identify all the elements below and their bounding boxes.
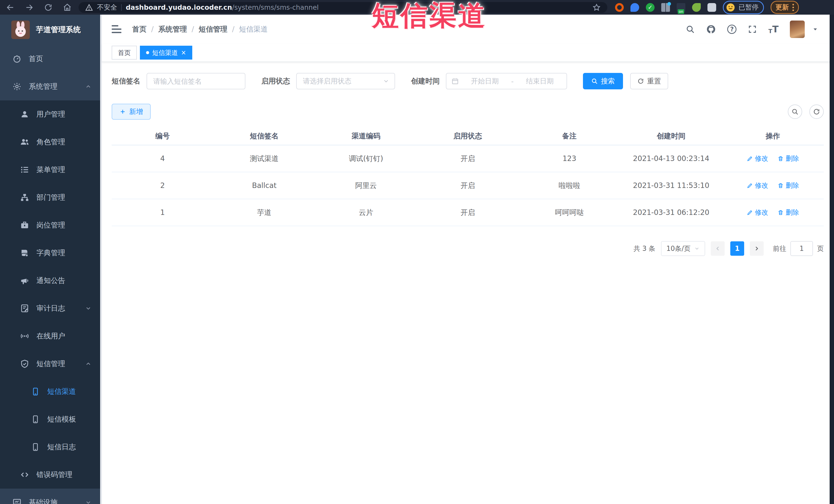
extension-paused-badge[interactable]: 已暂停 [723, 1, 764, 14]
reset-button[interactable]: 重置 [630, 73, 668, 89]
search-icon[interactable] [686, 25, 695, 34]
sidebar-item-dictionary[interactable]: 字典管理 [0, 239, 102, 267]
address-bar[interactable]: 不安全 dashboard.yudao.iocoder.cn/system/sm… [79, 2, 607, 13]
close-tab-icon[interactable]: × [181, 49, 186, 56]
page-scrollbar[interactable] [830, 15, 834, 504]
app-logo-row[interactable]: 芋道管理系统 [0, 15, 102, 45]
not-secure-warning-icon[interactable] [85, 4, 93, 11]
sidebar-item-label: 短信日志 [47, 442, 76, 452]
edit-pencil-icon [747, 182, 753, 189]
sidebar-item-infrastructure[interactable]: 基础设施 [0, 488, 102, 504]
sidebar-item-audit-log[interactable]: 审计日志 [0, 294, 102, 322]
goto-page-input[interactable] [790, 241, 813, 256]
delete-label: 删除 [786, 208, 799, 217]
sidebar-scrollbar[interactable] [100, 15, 102, 504]
tab-sms-channel[interactable]: 短信渠道 × [140, 46, 192, 60]
delete-link[interactable]: 删除 [777, 181, 799, 190]
sidebar-item-sms-log[interactable]: 短信日志 [0, 433, 102, 461]
add-button[interactable]: 新增 [112, 104, 151, 119]
sidebar-item-menus[interactable]: 菜单管理 [0, 156, 102, 183]
sidebar-item-sms-template[interactable]: 短信模板 [0, 406, 102, 433]
fullscreen-icon[interactable] [748, 25, 757, 34]
edit-link[interactable]: 修改 [747, 208, 768, 217]
extension-check-icon[interactable]: ✓ [646, 3, 655, 12]
sidebar-item-home[interactable]: 首页 [0, 45, 102, 73]
sidebar-item-online-users[interactable]: 在线用户 [0, 322, 102, 350]
tab-home[interactable]: 首页 [112, 46, 137, 60]
delete-link[interactable]: 删除 [777, 154, 799, 163]
extension-grid-icon[interactable] [661, 3, 670, 12]
sidebar-item-departments[interactable]: 部门管理 [0, 183, 102, 211]
extension-drop-icon[interactable] [631, 3, 639, 12]
browser-menu-icon[interactable] [792, 4, 794, 11]
breadcrumb-separator: / [151, 25, 154, 34]
status-select[interactable]: 请选择启用状态 [296, 73, 395, 89]
browser-update-button[interactable]: 更新 [771, 1, 799, 14]
breadcrumb-system[interactable]: 系统管理 [158, 24, 187, 34]
show-search-toggle-button[interactable] [788, 105, 802, 119]
edit-link[interactable]: 修改 [747, 154, 768, 163]
back-icon[interactable] [5, 2, 16, 13]
edit-link[interactable]: 修改 [747, 181, 768, 190]
chevron-down-icon [694, 246, 700, 251]
goto-label: 前往 [773, 244, 786, 253]
phone-icon [30, 415, 41, 424]
sidebar-item-sms[interactable]: 短信管理 [0, 350, 102, 378]
menu-fold-icon[interactable] [112, 25, 122, 33]
breadcrumb-sms[interactable]: 短信管理 [199, 24, 227, 34]
font-size-icon[interactable]: TT [768, 24, 778, 35]
prev-page-button[interactable] [711, 241, 725, 256]
online-signal-icon [20, 331, 30, 341]
sidebar-item-notices[interactable]: 通知公告 [0, 267, 102, 294]
page-header: 首页 / 系统管理 / 短信管理 / 短信渠道 ? TT [102, 15, 834, 44]
search-button[interactable]: 搜索 [583, 73, 623, 89]
page-size-select[interactable]: 10条/页 [661, 241, 705, 256]
audit-log-icon [20, 304, 30, 313]
sidebar-item-system[interactable]: 系统管理 [0, 73, 102, 101]
breadcrumb-home[interactable]: 首页 [132, 24, 147, 34]
extension-on-badge-icon[interactable] [677, 3, 685, 12]
bookmark-star-icon[interactable] [592, 3, 601, 12]
sidebar-item-posts[interactable]: 岗位管理 [0, 211, 102, 239]
sidebar-item-label: 在线用户 [37, 331, 65, 341]
refresh-table-button[interactable] [809, 105, 824, 119]
sidebar-item-label: 短信管理 [37, 359, 65, 369]
table-row: 1 芋道 云片 开启 呵呵呵哒 2021-03-31 06:12:20 修改 删… [112, 199, 824, 226]
help-icon[interactable]: ? [727, 25, 737, 34]
book-icon [20, 248, 30, 258]
breadcrumb-separator: / [192, 25, 194, 34]
edit-label: 修改 [755, 154, 768, 163]
sidebar-item-users[interactable]: 用户管理 [0, 101, 102, 128]
reload-icon[interactable] [43, 2, 54, 13]
sidebar-item-label: 短信渠道 [47, 387, 76, 396]
chevron-down-icon[interactable] [812, 26, 818, 32]
extension-leaf-icon[interactable] [692, 3, 701, 12]
add-button-label: 新增 [129, 107, 143, 116]
delete-label: 删除 [786, 181, 799, 190]
sign-input[interactable] [147, 73, 245, 89]
page-number-button[interactable]: 1 [730, 241, 744, 256]
delete-label: 删除 [786, 154, 799, 163]
page-url[interactable]: dashboard.yudao.iocoder.cn/system/sms/sm… [126, 4, 319, 11]
sidebar-item-label: 岗位管理 [37, 220, 65, 230]
delete-link[interactable]: 删除 [777, 208, 799, 217]
sidebar-item-sms-channel[interactable]: 短信渠道 [0, 378, 102, 406]
chevron-down-icon [383, 78, 389, 85]
sidebar-item-roles[interactable]: 角色管理 [0, 128, 102, 156]
browser-toolbar: 不安全 dashboard.yudao.iocoder.cn/system/sm… [0, 0, 834, 15]
date-range-picker[interactable]: 开始日期 - 结束日期 [446, 73, 567, 89]
sign-label: 短信签名 [112, 76, 140, 86]
sidebar-item-error-code[interactable]: 错误码管理 [0, 461, 102, 488]
extensions-puzzle-icon[interactable] [707, 3, 716, 12]
table-row: 4 测试渠道 调试(钉钉) 开启 123 2021-04-13 00:23:14… [112, 145, 824, 172]
cell-status: 开启 [417, 181, 519, 191]
github-icon[interactable] [706, 24, 716, 34]
next-page-button[interactable] [750, 241, 764, 256]
extension-orange-icon[interactable] [615, 3, 624, 12]
home-icon[interactable] [62, 2, 73, 13]
avatar[interactable] [790, 21, 805, 38]
cell-created: 2021-03-31 11:53:10 [620, 181, 722, 190]
forward-icon[interactable] [24, 2, 35, 13]
sidebar: 芋道管理系统 首页 系统管理 用户管理 角色管理 [0, 15, 102, 504]
search-form: 短信签名 启用状态 请选择启用状态 创建时间 开始日期 - [112, 73, 824, 89]
